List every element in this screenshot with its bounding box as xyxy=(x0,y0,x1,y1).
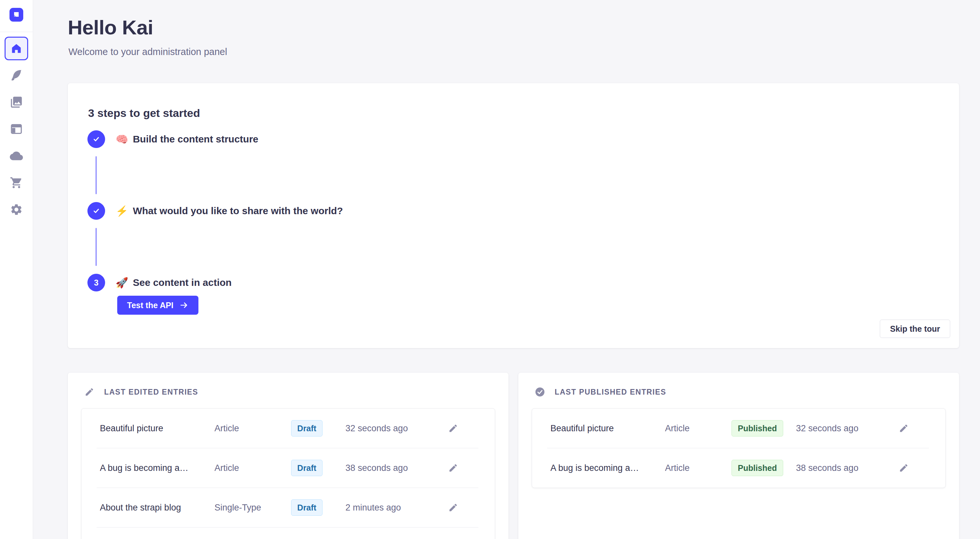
onboarding-step-2[interactable]: ⚡ What would you like to share with the … xyxy=(88,202,343,220)
sidebar-item-marketplace[interactable] xyxy=(10,176,23,189)
edit-entry-button[interactable] xyxy=(898,463,909,474)
cloud-icon xyxy=(10,149,23,162)
shopping-cart-icon xyxy=(10,176,23,189)
entry-time: 38 seconds ago xyxy=(345,463,442,473)
edit-entry-button[interactable] xyxy=(448,423,459,434)
table-row: About the strapi blog Single-Type Draft … xyxy=(81,488,495,527)
entry-title: A bug is becoming a… xyxy=(100,463,215,473)
status-badge: Draft xyxy=(291,499,323,516)
strapi-logo-glyph xyxy=(10,8,23,22)
page-subtitle: Welcome to your administration panel xyxy=(68,46,227,57)
status-badge: Published xyxy=(732,460,783,476)
table-row: A bug is becoming a… Article Draft 38 se… xyxy=(81,448,495,488)
last-published-header: LAST PUBLISHED ENTRIES xyxy=(518,373,959,397)
onboarding-step-1[interactable]: 🧠 Build the content structure xyxy=(88,130,258,148)
entry-time: 32 seconds ago xyxy=(345,423,442,434)
pencil-icon xyxy=(899,463,908,473)
status-badge: Published xyxy=(732,420,783,437)
pencil-icon xyxy=(899,423,908,433)
pencil-icon xyxy=(448,502,458,512)
last-published-table: Beautiful picture Article Published 32 s… xyxy=(532,409,946,488)
table-row: A bug is becoming a… Article Published 3… xyxy=(532,448,945,488)
last-edited-entries-card: LAST EDITED ENTRIES Beautiful picture Ar… xyxy=(68,373,509,539)
skip-the-tour-button[interactable]: Skip the tour xyxy=(880,320,950,338)
check-icon xyxy=(92,135,100,143)
entry-time: 38 seconds ago xyxy=(796,463,892,473)
pencil-icon xyxy=(448,463,458,473)
picture-icon xyxy=(10,95,23,109)
step-1-done-circle xyxy=(88,130,105,148)
step-3-number: 3 xyxy=(94,278,99,288)
entry-type: Article xyxy=(665,463,719,473)
last-published-entries-card: LAST PUBLISHED ENTRIES Beautiful picture… xyxy=(518,373,959,539)
step-1-label: Build the content structure xyxy=(133,134,258,145)
home-icon xyxy=(10,42,22,55)
edit-entry-button[interactable] xyxy=(448,502,459,513)
table-row: Beautiful picture Article Draft 32 secon… xyxy=(81,409,495,448)
layout-icon xyxy=(10,122,23,135)
test-the-api-button[interactable]: Test the API xyxy=(117,296,199,315)
sidebar-item-content-type-builder[interactable] xyxy=(10,122,23,135)
step-connector xyxy=(95,228,97,266)
edit-entry-button[interactable] xyxy=(448,463,459,474)
last-edited-header: LAST EDITED ENTRIES xyxy=(68,373,509,397)
entry-type: Article xyxy=(215,463,268,473)
step-2-done-circle xyxy=(88,202,105,220)
entry-time: 32 seconds ago xyxy=(796,423,892,434)
entry-type: Article xyxy=(215,423,268,434)
step-connector xyxy=(95,156,97,194)
feather-pen-icon xyxy=(10,69,23,82)
entry-title: A bug is becoming a… xyxy=(550,463,665,473)
sidebar-item-deploy[interactable] xyxy=(10,149,23,162)
arrow-right-icon xyxy=(180,301,189,310)
main-navigation-sidebar xyxy=(0,0,33,539)
status-badge: Draft xyxy=(291,460,323,476)
status-badge: Draft xyxy=(291,420,323,437)
entry-time: 2 minutes ago xyxy=(345,502,442,513)
last-published-title: LAST PUBLISHED ENTRIES xyxy=(555,388,666,397)
step-2-label: What would you like to share with the wo… xyxy=(133,205,343,216)
strapi-logo[interactable] xyxy=(10,8,23,22)
entry-title: About the strapi blog xyxy=(100,502,215,513)
brain-emoji-icon: 🧠 xyxy=(116,134,128,145)
page-title: Hello Kai xyxy=(68,16,153,39)
rocket-emoji-icon: 🚀 xyxy=(116,278,128,288)
pencil-icon xyxy=(448,423,458,433)
sidebar-item-media-library[interactable] xyxy=(10,95,23,109)
entry-title: Beautiful picture xyxy=(100,423,215,434)
onboarding-step-3[interactable]: 3 🚀 See content in action xyxy=(88,274,231,291)
step-3-number-circle: 3 xyxy=(88,274,105,291)
sidebar-item-home[interactable] xyxy=(5,37,28,60)
sidebar-item-content-manager[interactable] xyxy=(10,69,23,82)
onboarding-card: 3 steps to get started 🧠 Build the conte… xyxy=(68,83,959,348)
check-circle-icon xyxy=(535,387,545,397)
onboarding-title: 3 steps to get started xyxy=(88,107,200,119)
edit-entry-button[interactable] xyxy=(898,423,909,434)
check-icon xyxy=(92,207,100,215)
step-3-label: See content in action xyxy=(133,277,232,288)
gear-icon xyxy=(10,203,23,216)
sidebar-item-settings[interactable] xyxy=(10,203,23,216)
entry-type: Article xyxy=(665,423,719,434)
test-the-api-label: Test the API xyxy=(127,301,173,310)
last-edited-title: LAST EDITED ENTRIES xyxy=(104,388,198,397)
pencil-icon xyxy=(84,387,94,397)
table-row: Beautiful picture Article Published 32 s… xyxy=(532,409,945,448)
last-edited-table: Beautiful picture Article Draft 32 secon… xyxy=(81,409,495,539)
entry-title: Beautiful picture xyxy=(550,423,665,434)
lightning-emoji-icon: ⚡ xyxy=(116,206,128,216)
entry-type: Single-Type xyxy=(215,502,268,513)
